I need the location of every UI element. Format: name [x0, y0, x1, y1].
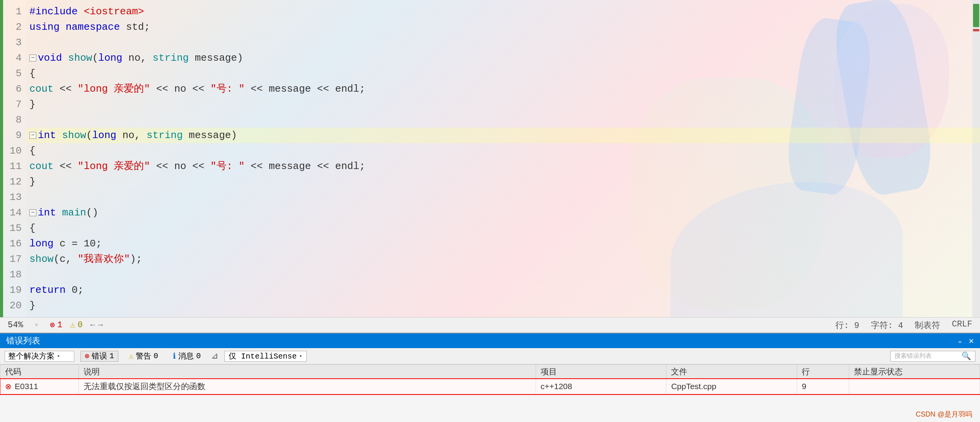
error-table-header: 代码 说明 项目 文件 行 禁止显示状态: [0, 365, 980, 379]
status-right: 行: 9 字符: 4 制表符 CRLF: [835, 319, 972, 331]
code-line-7[interactable]: }: [26, 97, 980, 112]
col-header-file: 文件: [666, 365, 797, 379]
funnel-icon: ⊿: [211, 351, 218, 361]
code-line-8[interactable]: [26, 112, 980, 128]
code-line-16[interactable]: long c = 10;: [26, 236, 980, 251]
editor-area: 1234567891011121314151617181920 #include…: [0, 0, 980, 317]
nav-back-arrow[interactable]: ←: [90, 321, 95, 330]
warning-count-indicator: ⚠ 0: [70, 320, 82, 330]
code-line-20[interactable]: }: [26, 298, 980, 313]
fold-icon[interactable]: −: [29, 55, 36, 62]
col-header-description: 说明: [79, 365, 536, 379]
code-line-2[interactable]: using namespace std;: [26, 19, 980, 35]
error-table: 代码 说明 项目 文件 行 禁止显示状态 ⊗E0311无法重载仅按返回类型区分的…: [0, 364, 980, 394]
col-position: 字符: 4: [871, 319, 903, 331]
scope-label: 整个解决方案: [8, 351, 55, 361]
search-icon: 🔍: [961, 351, 971, 361]
col-header-suppress: 禁止显示状态: [849, 365, 980, 379]
code-line-9[interactable]: −int show(long no, string message): [26, 128, 980, 143]
code-line-12[interactable]: }: [26, 174, 980, 190]
table-row[interactable]: ⊗E0311无法重载仅按返回类型区分的函数c++1208CppTest.cpp9: [0, 379, 980, 394]
error-circle-icon: ⊗: [50, 320, 55, 330]
error-panel-title-bar: 错误列表 ₌ ✕: [0, 333, 980, 348]
intellisense-chevron-icon: ▾: [299, 353, 302, 359]
code-line-4[interactable]: −void show(long no, string message): [26, 50, 980, 66]
error-search-box[interactable]: 搜索错误列表 🔍: [890, 351, 975, 362]
info-filter-count: 0: [196, 352, 201, 360]
fold-icon[interactable]: −: [29, 209, 36, 216]
error-filter-count: 1: [109, 352, 114, 360]
encoding-indicator: 制表符: [915, 319, 940, 331]
code-lines[interactable]: #include <iostream>using namespace std;−…: [26, 0, 980, 317]
line-numbers: 1234567891011121314151617181920: [3, 0, 26, 317]
header-row: 代码 说明 项目 文件 行 禁止显示状态: [0, 365, 980, 379]
code-line-19[interactable]: return 0;: [26, 282, 980, 298]
row-position: 行: 9: [835, 319, 859, 331]
close-button[interactable]: ✕: [969, 336, 974, 346]
code-line-11[interactable]: cout << "long 亲爱的" << no << "号: " << mes…: [26, 159, 980, 174]
code-line-13[interactable]: [26, 190, 980, 205]
info-filter-button[interactable]: ℹ 消息 0: [169, 351, 205, 362]
gutter-bar: [0, 0, 3, 317]
navigation-arrows[interactable]: ← →: [90, 321, 103, 330]
code-line-17[interactable]: show(c, "我喜欢你");: [26, 251, 980, 267]
error-panel-controls[interactable]: ₌ ✕: [958, 336, 974, 346]
col-header-project: 项目: [536, 365, 666, 379]
warning-filter-count: 0: [154, 352, 158, 360]
warning-filter-icon: ⚠: [129, 351, 133, 361]
fold-icon[interactable]: −: [29, 132, 36, 139]
intellisense-label: 仅 IntelliSense: [229, 351, 297, 361]
pin-button[interactable]: ₌: [958, 336, 963, 346]
status-bar: 54% ▾ ⊗ 1 ⚠ 0 ← → 行: 9 字符: 4 制表符 CRLF: [0, 317, 980, 333]
code-line-15[interactable]: {: [26, 220, 980, 236]
code-line-14[interactable]: −int main(): [26, 205, 980, 220]
code-line-10[interactable]: {: [26, 143, 980, 159]
nav-forward-arrow[interactable]: →: [98, 321, 103, 330]
error-table-container: 代码 说明 项目 文件 行 禁止显示状态 ⊗E0311无法重载仅按返回类型区分的…: [0, 364, 980, 422]
error-table-body: ⊗E0311无法重载仅按返回类型区分的函数c++1208CppTest.cpp9: [0, 379, 980, 394]
scope-chevron-icon: ▾: [57, 353, 60, 359]
col-header-code: 代码: [0, 365, 79, 379]
watermark: CSDN @是月羽吗: [916, 410, 972, 419]
error-filter-icon: ⊗: [85, 351, 89, 361]
code-line-1[interactable]: #include <iostream>: [26, 4, 980, 19]
zoom-level: 54%: [8, 320, 23, 330]
error-panel-toolbar: 整个解决方案 ▾ ⊗ 错误 1 ⚠ 警告 0 ℹ 消息 0 ⊿ 仅 Intell…: [0, 348, 980, 364]
code-content: 1234567891011121314151617181920 #include…: [0, 0, 980, 317]
warning-filter-button[interactable]: ⚠ 警告 0: [125, 351, 162, 362]
code-line-18[interactable]: [26, 267, 980, 282]
search-placeholder-text: 搜索错误列表: [895, 352, 932, 360]
info-filter-label: 消息: [178, 351, 194, 361]
intellisense-selector[interactable]: 仅 IntelliSense ▾: [224, 351, 306, 362]
code-line-5[interactable]: {: [26, 66, 980, 81]
error-panel-title: 错误列表: [6, 335, 40, 347]
error-count-indicator: ⊗ 1: [50, 320, 62, 330]
col-header-line: 行: [797, 365, 849, 379]
error-filter-button[interactable]: ⊗ 错误 1: [80, 351, 118, 362]
scope-selector[interactable]: 整个解决方案 ▾: [5, 351, 74, 362]
info-filter-icon: ℹ: [173, 351, 176, 361]
warning-filter-label: 警告: [136, 351, 151, 361]
line-ending-indicator: CRLF: [952, 319, 972, 331]
error-filter-label: 错误: [92, 351, 107, 361]
error-panel: 错误列表 ₌ ✕ 整个解决方案 ▾ ⊗ 错误 1 ⚠ 警告 0 ℹ 消息 0: [0, 333, 980, 422]
warning-triangle-icon: ⚠: [70, 320, 75, 330]
code-line-3[interactable]: [26, 35, 980, 50]
error-row-icon: ⊗: [5, 382, 12, 391]
code-line-6[interactable]: cout << "long 亲爱的" << no << "号: " << mes…: [26, 81, 980, 97]
